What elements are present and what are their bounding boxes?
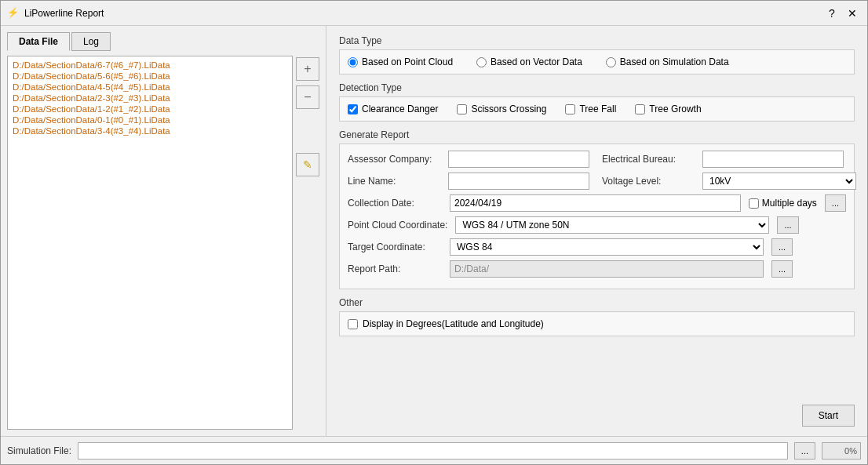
title-bar: ⚡ LiPowerline Report ? ✕ [1, 1, 867, 26]
form-row-pointcloud: Point Cloud Coordinate: WGS 84 / UTM zon… [348, 216, 846, 234]
report-path-input[interactable] [450, 260, 764, 278]
file-buttons: + − ✎ [296, 56, 319, 430]
check-scissors-crossing[interactable]: Scissors Crossing [457, 104, 546, 114]
double-form-1: Assessor Company: Electrical Bureau: [348, 151, 844, 168]
multiple-days-checkbox[interactable] [749, 198, 759, 209]
content-area: Data File Log D:/Data/SectionData/6-7(#6… [1, 26, 867, 436]
collection-date-browse-button[interactable]: ... [825, 194, 846, 212]
list-item[interactable]: D:/Data/SectionData/5-6(#5_#6).LiData [11, 71, 289, 82]
data-type-box: Based on Point Cloud Based on Vector Dat… [339, 49, 855, 74]
assessor-company-label: Assessor Company: [348, 154, 442, 165]
main-window: ⚡ LiPowerline Report ? ✕ Data File Log D… [0, 0, 868, 465]
list-item[interactable]: D:/Data/SectionData/4-5(#4_#5).LiData [11, 82, 289, 93]
multiple-days-label: Multiple days [762, 198, 817, 209]
left-panel: Data File Log D:/Data/SectionData/6-7(#6… [1, 26, 326, 436]
radio-vector-data[interactable]: Based on Vector Data [476, 56, 582, 67]
progress-box: 0% [822, 442, 861, 460]
detection-type-label: Detection Type [339, 82, 855, 93]
bottom-bar: Simulation File: ... 0% [1, 436, 867, 464]
electrical-bureau-half: Electrical Bureau: [602, 151, 844, 168]
simulation-file-label: Simulation File: [7, 445, 71, 456]
line-name-label: Line Name: [348, 176, 442, 187]
electrical-bureau-label: Electrical Bureau: [602, 154, 696, 165]
display-degrees-label: Display in Degrees(Latitude and Longitud… [363, 318, 544, 329]
radio-simulation-data-label: Based on Simulation Data [620, 56, 729, 67]
check-scissors-crossing-input[interactable] [457, 104, 467, 114]
list-item[interactable]: D:/Data/SectionData/2-3(#2_#3).LiData [11, 93, 289, 104]
radio-vector-data-label: Based on Vector Data [491, 56, 582, 67]
detection-type-checkbox-group: Clearance Danger Scissors Crossing Tree … [348, 104, 846, 114]
detection-type-section: Detection Type Clearance Danger Scissors… [339, 82, 855, 122]
generate-report-label: Generate Report [339, 129, 855, 140]
close-button[interactable]: ✕ [844, 5, 861, 22]
title-controls: ? ✕ [823, 5, 861, 22]
line-name-half: Line Name: [348, 173, 589, 190]
data-type-label: Data Type [339, 35, 855, 46]
help-button[interactable]: ? [823, 5, 841, 22]
form-row-date: Collection Date: Multiple days ... [348, 194, 846, 212]
radio-vector-data-input[interactable] [476, 57, 487, 67]
generate-report-section: Generate Report Assessor Company: Electr… [339, 129, 855, 289]
file-list-container: D:/Data/SectionData/6-7(#6_#7).LiDataD:/… [7, 56, 319, 430]
remove-file-button[interactable]: − [296, 85, 319, 109]
check-tree-fall-label: Tree Fall [579, 104, 616, 114]
radio-point-cloud-label: Based on Point Cloud [362, 56, 453, 67]
check-clearance-danger[interactable]: Clearance Danger [348, 104, 438, 114]
electrical-bureau-input[interactable] [702, 151, 844, 168]
point-cloud-coordinate-select[interactable]: WGS 84 / UTM zone 50N WGS 84 / UTM zone … [455, 216, 769, 234]
radio-point-cloud-input[interactable] [348, 57, 358, 67]
check-clearance-danger-input[interactable] [348, 104, 358, 114]
window-title: LiPowerline Report [24, 8, 823, 19]
data-type-section: Data Type Based on Point Cloud Based on … [339, 35, 855, 74]
check-tree-growth-label: Tree Growth [649, 104, 701, 114]
voltage-level-label: Voltage Level: [602, 176, 696, 187]
list-item[interactable]: D:/Data/SectionData/1-2(#1_#2).LiData [11, 104, 289, 114]
check-tree-growth-input[interactable] [635, 104, 645, 114]
check-tree-fall[interactable]: Tree Fall [565, 104, 616, 114]
check-clearance-danger-label: Clearance Danger [362, 104, 438, 114]
assessor-company-half: Assessor Company: [348, 151, 589, 168]
radio-point-cloud[interactable]: Based on Point Cloud [348, 56, 453, 67]
report-path-browse-button[interactable]: ... [771, 260, 793, 278]
voltage-level-half: Voltage Level: 10kV 35kV 110kV 220kV 500… [602, 173, 856, 190]
file-list: D:/Data/SectionData/6-7(#6_#7).LiDataD:/… [7, 56, 293, 430]
display-degrees-checkbox[interactable] [348, 319, 358, 329]
edit-file-button[interactable]: ✎ [296, 153, 319, 176]
app-icon: ⚡ [7, 7, 20, 20]
voltage-level-select[interactable]: 10kV 35kV 110kV 220kV 500kV [702, 173, 856, 190]
line-name-input[interactable] [448, 173, 589, 190]
tab-log[interactable]: Log [71, 32, 111, 51]
progress-text: 0% [844, 446, 857, 456]
start-button-area: Start [339, 405, 855, 427]
point-cloud-coordinate-label: Point Cloud Coordinate: [348, 220, 447, 231]
right-panel: Data Type Based on Point Cloud Based on … [326, 26, 867, 436]
display-degrees-check[interactable]: Display in Degrees(Latitude and Longitud… [348, 318, 846, 329]
check-tree-growth[interactable]: Tree Growth [635, 104, 701, 114]
start-button[interactable]: Start [802, 405, 855, 427]
point-cloud-coordinate-browse-button[interactable]: ... [777, 216, 798, 234]
radio-simulation-data[interactable]: Based on Simulation Data [606, 56, 729, 67]
target-coordinate-browse-button[interactable]: ... [771, 238, 793, 256]
check-scissors-crossing-label: Scissors Crossing [471, 104, 546, 114]
add-file-button[interactable]: + [296, 57, 319, 81]
collection-date-input[interactable] [450, 194, 741, 212]
assessor-company-input[interactable] [448, 151, 589, 168]
list-item[interactable]: D:/Data/SectionData/3-4(#3_#4).LiData [11, 125, 289, 136]
multiple-days-check[interactable]: Multiple days [749, 198, 817, 209]
target-coordinate-select[interactable]: WGS 84 CGCS2000 [450, 238, 764, 256]
target-coordinate-label: Target Coordinate: [348, 242, 442, 252]
generate-report-box: Assessor Company: Electrical Bureau: [339, 143, 855, 289]
radio-simulation-data-input[interactable] [606, 57, 616, 67]
simulation-file-browse-button[interactable]: ... [794, 442, 815, 460]
tab-data-file[interactable]: Data File [7, 32, 70, 51]
other-label: Other [339, 297, 855, 308]
other-box: Display in Degrees(Latitude and Longitud… [339, 311, 855, 336]
list-item[interactable]: D:/Data/SectionData/6-7(#6_#7).LiData [11, 60, 289, 71]
report-path-label: Report Path: [348, 263, 442, 274]
simulation-file-input[interactable] [78, 442, 788, 460]
list-item[interactable]: D:/Data/SectionData/0-1(#0_#1).LiData [11, 114, 289, 125]
check-tree-fall-input[interactable] [565, 104, 575, 114]
form-row-target: Target Coordinate: WGS 84 CGCS2000 ... [348, 238, 846, 256]
other-section: Other Display in Degrees(Latitude and Lo… [339, 297, 855, 336]
detection-type-box: Clearance Danger Scissors Crossing Tree … [339, 96, 855, 122]
